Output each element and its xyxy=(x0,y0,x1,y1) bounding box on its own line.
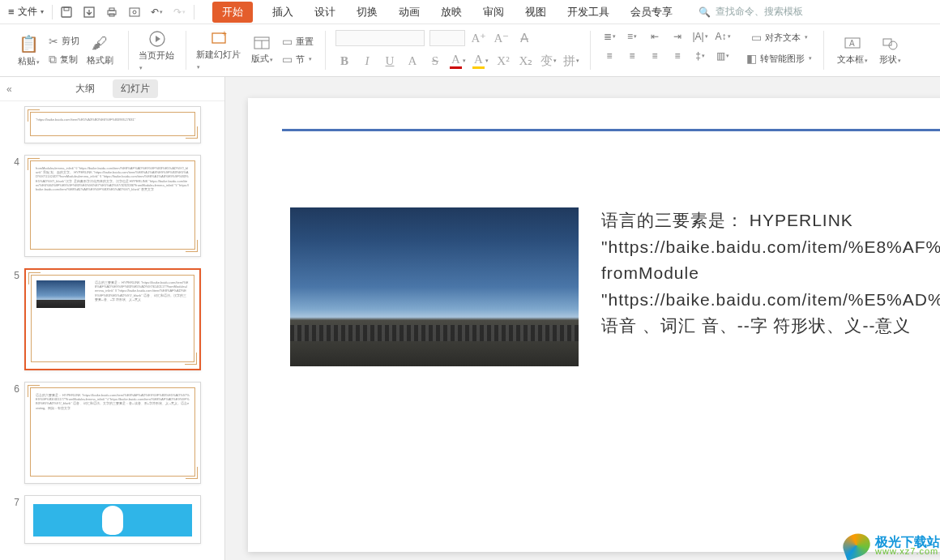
ribbon: 📋 粘贴▾ ✂剪切 ⧉复制 🖌 格式刷 当页开始▾ + 新建幻灯片▾ 版式▾ ▭… xyxy=(0,24,940,77)
strike-button[interactable]: S xyxy=(426,52,444,70)
tab-animation[interactable]: 动画 xyxy=(397,2,421,23)
font-effect-button[interactable]: A xyxy=(404,52,421,70)
slide-thumbnail-7[interactable] xyxy=(24,495,201,544)
clipboard-icon: 📋 xyxy=(19,34,39,53)
thumbnail-list[interactable]: "https://baike.baidu.com/item/%E5%A3%B0%… xyxy=(0,101,224,560)
tab-design[interactable]: 设计 xyxy=(313,2,337,23)
underline-button[interactable]: U xyxy=(381,52,399,70)
paste-button[interactable]: 📋 粘贴▾ xyxy=(10,34,47,67)
shape-icon xyxy=(881,36,899,52)
indent-inc-button[interactable]: ⇥ xyxy=(669,29,686,44)
svg-rect-4 xyxy=(109,8,114,11)
slide-divider xyxy=(282,129,940,131)
ribbon-tabs: 开始 插入 设计 切换 动画 放映 审阅 视图 开发工具 会员专享 xyxy=(212,2,674,23)
from-current-label: 当页开始 xyxy=(139,50,174,60)
bold-button[interactable]: B xyxy=(335,52,353,70)
editor-canvas[interactable]: 语言的三要素是： HYPERLINK "https://baike.baidu.… xyxy=(225,77,940,560)
shape-button[interactable]: 形状▾ xyxy=(871,36,908,66)
tab-start[interactable]: 开始 xyxy=(212,2,253,23)
svg-text:+: + xyxy=(222,31,227,38)
numbering-button[interactable]: ≡▾ xyxy=(623,29,641,44)
slide-text[interactable]: 语言的三要素是： HYPERLINK "https://baike.baidu.… xyxy=(601,207,940,366)
align-center-button[interactable]: ≡ xyxy=(623,49,641,63)
highlight-button[interactable]: A▾ xyxy=(472,52,489,70)
font-family-select[interactable] xyxy=(335,30,425,46)
font-row: A⁺ A⁻ A̶ xyxy=(335,29,533,47)
redo-icon[interactable]: ↷▾ xyxy=(169,2,190,23)
undo-icon[interactable]: ↶▾ xyxy=(147,2,168,23)
separator xyxy=(194,5,194,19)
collapse-panel-icon[interactable]: « xyxy=(6,83,12,95)
format-painter-button[interactable]: 🖌 格式刷 xyxy=(81,34,118,66)
slide-thumbnail-4[interactable]: fromModule=lemma_inlink" \l "https://bai… xyxy=(24,155,201,257)
save-icon[interactable] xyxy=(56,2,77,23)
bullets-button[interactable]: ≣▾ xyxy=(600,29,618,44)
watermark-logo-icon xyxy=(840,530,874,560)
thumb-number: 5 xyxy=(0,268,19,281)
tab-insert[interactable]: 插入 xyxy=(271,2,295,23)
align-right-button[interactable]: ≡ xyxy=(646,49,664,63)
section-label: 节 xyxy=(296,53,305,66)
thumb-text: "https://baike.baidu.com/item/%E5%A3%B0%… xyxy=(31,113,194,126)
slide-image[interactable] xyxy=(290,207,579,366)
decrease-font-icon[interactable]: A⁻ xyxy=(493,29,511,47)
reset-button[interactable]: ▭重置 xyxy=(280,33,315,49)
thumb-text: 语言的三要素是： HYPERLINK "https://baike.baidu.… xyxy=(90,276,194,306)
tab-view[interactable]: 视图 xyxy=(523,2,548,23)
caret-down-icon: ▾ xyxy=(41,8,44,15)
reset-icon: ▭ xyxy=(282,35,293,48)
layout-button[interactable]: 版式▾ xyxy=(243,36,280,65)
slides-tab[interactable]: 幻灯片 xyxy=(113,79,158,98)
cut-button[interactable]: ✂剪切 xyxy=(47,33,81,49)
thumb-row: "https://baike.baidu.com/item/%E5%A3%B0%… xyxy=(0,106,220,143)
char-spacing-button[interactable]: |A|▾ xyxy=(691,29,709,44)
font-size-select[interactable] xyxy=(429,30,465,46)
copy-button[interactable]: ⧉复制 xyxy=(47,51,81,68)
slide-thumbnail-3[interactable]: "https://baike.baidu.com/item/%E5%A3%B0%… xyxy=(24,106,201,143)
svg-rect-0 xyxy=(62,7,71,17)
align-text-icon: ▭ xyxy=(751,31,762,44)
align-text-button[interactable]: ▭对齐文本▾ xyxy=(750,29,810,45)
line-spacing-button[interactable]: ‡▾ xyxy=(691,49,709,63)
export-icon[interactable] xyxy=(79,2,100,23)
align-left-button[interactable]: ≡ xyxy=(600,49,618,63)
textbox-button[interactable]: A 文本框▾ xyxy=(834,36,871,66)
slide-thumbnail-6[interactable]: 语言的六要素是： HYPERLINK "https://baike.baidu.… xyxy=(24,382,201,484)
subscript-button[interactable]: X₂ xyxy=(517,52,535,70)
slide-thumbnail-5[interactable]: 语言的三要素是： HYPERLINK "https://baike.baidu.… xyxy=(24,268,201,370)
new-slide-button[interactable]: + 新建幻灯片▾ xyxy=(196,31,243,71)
font-color-button[interactable]: A▾ xyxy=(449,52,467,70)
thumb-row: 7 xyxy=(0,495,220,544)
search-box[interactable]: 🔍 查找命令、搜索模板 xyxy=(699,5,803,19)
tab-review[interactable]: 审阅 xyxy=(481,2,506,23)
italic-button[interactable]: I xyxy=(358,52,376,70)
indent-dec-button[interactable]: ⇤ xyxy=(646,29,664,44)
tab-slideshow[interactable]: 放映 xyxy=(439,2,464,23)
reset-label: 重置 xyxy=(296,36,314,48)
increase-font-icon[interactable]: A⁺ xyxy=(470,29,488,47)
preview-icon[interactable] xyxy=(124,2,145,23)
from-current-button[interactable]: 当页开始▾ xyxy=(139,30,176,71)
tab-transition[interactable]: 切换 xyxy=(355,2,379,23)
columns-button[interactable]: ▥▾ xyxy=(714,49,732,63)
section-button[interactable]: ▭节▾ xyxy=(280,51,315,67)
thumb-graphic xyxy=(102,506,123,535)
current-slide[interactable]: 语言的三要素是： HYPERLINK "https://baike.baidu.… xyxy=(248,98,940,552)
print-icon[interactable] xyxy=(101,2,122,23)
text-direction-button[interactable]: A↕▾ xyxy=(714,29,732,44)
thumb-row: 5 语言的三要素是： HYPERLINK "https://baike.baid… xyxy=(0,268,220,370)
tab-member[interactable]: 会员专享 xyxy=(629,2,674,23)
watermark: 极光下载站 www.xz7.com xyxy=(843,534,940,557)
align-justify-button[interactable]: ≡ xyxy=(669,49,686,63)
outline-tab[interactable]: 大纲 xyxy=(67,79,103,98)
search-placeholder: 查找命令、搜索模板 xyxy=(716,5,803,19)
tab-devtools[interactable]: 开发工具 xyxy=(566,2,611,23)
separator xyxy=(52,5,53,19)
phonetic-button[interactable]: 拼▾ xyxy=(562,52,580,70)
smartart-button[interactable]: ◧转智能图形▾ xyxy=(745,50,814,66)
clear-format-icon[interactable]: A̶ xyxy=(515,29,533,47)
change-case-button[interactable]: 变▾ xyxy=(540,52,558,70)
file-menu[interactable]: ≡ 文件 ▾ xyxy=(3,3,49,20)
align-text-label: 对齐文本 xyxy=(765,32,801,44)
superscript-button[interactable]: X² xyxy=(494,52,512,70)
